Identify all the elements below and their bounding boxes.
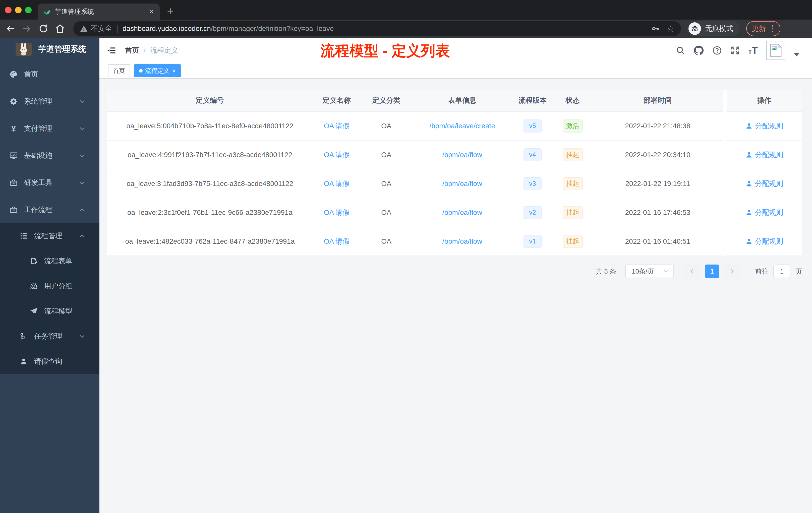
navbar-actions: тT (676, 41, 800, 60)
form-link[interactable]: /bpm/oa/flow (442, 237, 482, 245)
help-icon[interactable] (712, 46, 722, 55)
prev-page-button[interactable] (685, 265, 699, 278)
form-link[interactable]: /bpm/oa/leave/create (429, 122, 495, 130)
sidebar: 芋道管理系统 首页 系统管理 (0, 38, 99, 513)
not-secure-warning-icon (80, 25, 88, 33)
pagination: 共 5 条 10条/页 1 前往 页 (107, 265, 802, 278)
new-tab-button[interactable]: + (164, 5, 177, 18)
assign-rule-button[interactable]: 分配规则 (746, 208, 783, 217)
github-icon[interactable] (694, 46, 704, 56)
cell-category: OA (360, 141, 412, 169)
close-window-button[interactable] (5, 7, 11, 13)
sidebar-item-user-group[interactable]: 用户分组 (0, 274, 99, 299)
definition-name-link[interactable]: OA 请假 (324, 237, 350, 246)
monitor-icon (8, 151, 19, 160)
breadcrumb-home[interactable]: 首页 (125, 46, 139, 55)
cell-deploy-time: 2022-01-22 19:19:11 (593, 170, 723, 198)
goto-label: 前往 (755, 267, 768, 276)
not-secure-label[interactable]: 不安全 (91, 24, 112, 33)
form-link[interactable]: /bpm/oa/flow (442, 151, 482, 159)
definition-name-link[interactable]: OA 请假 (324, 179, 350, 188)
assign-rule-button[interactable]: 分配规则 (746, 121, 783, 131)
sidebar-item-label: 任务管理 (34, 332, 62, 341)
tab-title: 芋道管理系统 (55, 7, 148, 16)
definition-table: 定义编号 定义名称 定义分类 表单信息 流程版本 状态 部署时间 oa_leav… (107, 90, 802, 256)
sidebar-item-payment[interactable]: ¥ 支付管理 (0, 115, 99, 142)
chevron-right-icon (729, 269, 735, 274)
sidebar-item-devtools[interactable]: 研发工具 (0, 169, 99, 196)
sidebar-item-process-form[interactable]: 流程表单 (0, 248, 99, 274)
browser-tab[interactable]: 芋道管理系统 × (38, 3, 160, 20)
browser-update-button[interactable]: 更新 (746, 21, 780, 36)
column-header-version: 流程版本 (513, 90, 553, 111)
navbar: 首页 / 流程定义 流程模型 - 定义列表 (99, 38, 812, 63)
definition-name-link[interactable]: OA 请假 (324, 208, 350, 217)
breadcrumb: 首页 / 流程定义 (125, 46, 178, 55)
next-page-button[interactable] (725, 265, 739, 278)
person-icon (19, 357, 29, 365)
sidebar-item-system[interactable]: 系统管理 (0, 88, 99, 115)
collapse-sidebar-icon[interactable] (107, 46, 116, 56)
assign-rule-button[interactable]: 分配规则 (746, 237, 783, 246)
url-text[interactable]: dashboard.yudao.iocoder.cn/bpm/manager/d… (122, 25, 334, 33)
fullscreen-icon[interactable] (730, 46, 740, 55)
sidebar-item-label: 流程模型 (44, 306, 72, 316)
back-icon[interactable] (4, 22, 17, 35)
browser-toolbar: 不安全 dashboard.yudao.iocoder.cn/bpm/manag… (0, 20, 812, 38)
definition-name-link[interactable]: OA 请假 (324, 121, 350, 131)
chevron-down-icon (79, 179, 85, 186)
tag-close-icon[interactable]: × (172, 68, 176, 74)
page-number-1[interactable]: 1 (705, 265, 719, 278)
sidebar-logo[interactable]: 芋道管理系统 (0, 38, 99, 61)
search-icon[interactable] (676, 46, 685, 55)
user-icon (746, 122, 753, 129)
address-bar[interactable]: 不安全 dashboard.yudao.iocoder.cn/bpm/manag… (73, 21, 681, 36)
version-badge: v5 (523, 119, 542, 132)
home-icon[interactable] (54, 22, 66, 35)
tags-view-bar: 首页 流程定义 × (99, 63, 812, 79)
user-avatar[interactable] (766, 41, 785, 60)
tab-close-icon[interactable]: × (148, 8, 155, 15)
forward-icon[interactable] (21, 22, 33, 35)
browser-menu-icon[interactable] (770, 25, 775, 32)
user-icon (746, 180, 753, 187)
chevron-up-icon (79, 207, 85, 213)
key-icon[interactable] (651, 24, 660, 33)
user-icon (746, 238, 753, 245)
column-header-form: 表单信息 (412, 90, 513, 111)
list-tree-icon (19, 232, 29, 240)
cell-category: OA (360, 227, 412, 255)
sidebar-item-leave-query[interactable]: 请假查询 (0, 349, 99, 374)
sidebar-item-task-management[interactable]: 任务管理 (0, 324, 99, 349)
cell-definition-id: oa_leave:5:004b710b-7b8a-11ec-8ef0-acde4… (107, 112, 313, 140)
tag-home[interactable]: 首页 (108, 64, 130, 77)
url-path: /bpm/manager/definition?key=oa_leave (211, 25, 334, 32)
sidebar-item-workflow[interactable]: 工作流程 (0, 196, 99, 223)
status-badge: 挂起 (563, 148, 583, 161)
avatar-dropdown-caret-icon[interactable] (794, 53, 800, 57)
form-link[interactable]: /bpm/oa/flow (442, 180, 482, 188)
breadcrumb-current: 流程定义 (150, 46, 178, 55)
chevron-down-icon (79, 333, 85, 339)
reload-icon[interactable] (37, 22, 50, 35)
tag-process-definition[interactable]: 流程定义 × (134, 64, 181, 77)
minimize-window-button[interactable] (15, 7, 22, 13)
definition-name-link[interactable]: OA 请假 (324, 150, 350, 160)
page-size-select[interactable]: 10条/页 (625, 265, 674, 278)
sidebar-item-process-management[interactable]: 流程管理 (0, 223, 99, 248)
sidebar-item-home[interactable]: 首页 (0, 61, 99, 88)
zoom-window-button[interactable] (25, 7, 32, 13)
update-label[interactable]: 更新 (752, 24, 766, 33)
assign-rule-button[interactable]: 分配规则 (746, 150, 783, 160)
sidebar-item-infrastructure[interactable]: 基础设施 (0, 142, 99, 169)
window-controls[interactable] (5, 7, 32, 13)
form-link[interactable]: /bpm/oa/flow (442, 209, 482, 217)
cell-deploy-time: 2022-01-16 01:40:51 (593, 227, 723, 255)
assign-rule-button[interactable]: 分配规则 (746, 179, 783, 188)
bookmark-star-icon[interactable]: ☆ (667, 24, 674, 34)
font-size-icon[interactable]: тT (749, 45, 758, 56)
goto-page-input[interactable] (773, 265, 790, 278)
gear-icon (8, 97, 19, 105)
sidebar-item-process-model[interactable]: 流程模型 (0, 299, 99, 324)
broken-image-icon (770, 44, 782, 57)
